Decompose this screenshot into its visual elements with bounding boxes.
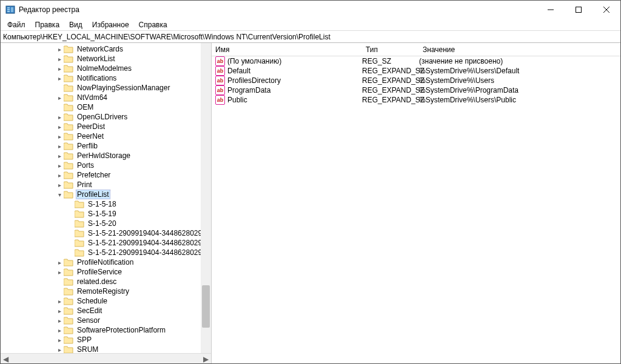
tree-label: SoftwareProtectionPlatform <box>76 325 167 335</box>
tree-item[interactable]: ▸NolmeModelmes <box>1 64 211 73</box>
tree-item[interactable]: ▸Ports <box>1 160 211 170</box>
tree-label: OpenGLDrivers <box>76 112 129 122</box>
tree-item[interactable]: ▸Print <box>1 180 211 190</box>
tree-item[interactable]: ▸ProfileService <box>1 267 211 277</box>
tree-label: SecEdit <box>76 306 103 316</box>
vertical-scrollbar[interactable] <box>201 43 211 353</box>
expand-icon[interactable]: ▸ <box>55 180 64 189</box>
tree-item[interactable]: ▸PerHwIdStorage <box>1 151 211 160</box>
expand-icon[interactable]: ▸ <box>55 306 64 315</box>
tree-label: NowPlayingSessionManager <box>76 83 171 93</box>
tree-item[interactable]: ▸Schedule <box>1 296 211 306</box>
values-list[interactable]: ab(По умолчанию)REG_SZ(значение не присв… <box>212 56 620 105</box>
no-expand <box>66 248 75 257</box>
expand-icon[interactable]: ▸ <box>55 45 64 53</box>
expand-icon[interactable]: ▸ <box>55 316 64 325</box>
tree-item[interactable]: ▸Sensor <box>1 316 211 325</box>
column-headers[interactable]: Имя Тип Значение <box>212 43 620 56</box>
registry-tree[interactable]: ▸NetworkCards▸NetworkList▸NolmeModelmes▸… <box>1 43 211 363</box>
expand-icon[interactable]: ▸ <box>55 132 64 141</box>
tree-item[interactable]: S-1-5-18 <box>1 199 211 209</box>
tree-item[interactable]: S-1-5-21-2909919404-3448628029-189704808… <box>1 238 211 248</box>
scrollbar-thumb[interactable] <box>202 285 210 328</box>
col-type[interactable]: Тип <box>362 45 419 54</box>
col-name[interactable]: Имя <box>212 45 362 54</box>
value-row[interactable]: abDefaultREG_EXPAND_SZ%SystemDrive%\User… <box>212 66 620 76</box>
expand-icon[interactable]: ▸ <box>55 336 64 344</box>
scroll-right-icon[interactable]: ▶ <box>201 354 211 363</box>
folder-icon <box>64 277 73 286</box>
expand-icon[interactable]: ▸ <box>55 142 64 150</box>
menu-правка[interactable]: Правка <box>31 20 64 30</box>
tree-item[interactable]: ▸PeerNet <box>1 131 211 141</box>
expand-icon[interactable]: ▸ <box>55 171 64 179</box>
value-row[interactable]: abProgramDataREG_EXPAND_SZ%SystemDrive%\… <box>212 85 620 95</box>
tree-label: PeerDist <box>76 122 106 131</box>
tree-item[interactable]: related.desc <box>1 277 211 286</box>
expand-icon[interactable]: ▸ <box>55 297 64 305</box>
tree-item[interactable]: NowPlayingSessionManager <box>1 83 211 93</box>
expand-icon[interactable]: ▸ <box>55 258 64 266</box>
maximize-button[interactable] <box>565 1 592 19</box>
tree-label: RemoteRegistry <box>76 286 130 296</box>
value-name: ProfilesDirectory <box>227 76 362 85</box>
tree-item[interactable]: ▸Perflib <box>1 141 211 151</box>
tree-item[interactable]: RemoteRegistry <box>1 286 211 296</box>
expand-icon[interactable]: ▸ <box>55 151 64 160</box>
menu-файл[interactable]: Файл <box>3 20 30 30</box>
tree-item[interactable]: ▸SecEdit <box>1 306 211 316</box>
tree-label: OEM <box>76 102 95 112</box>
tree-item[interactable]: ▸Notifications <box>1 73 211 83</box>
tree-item[interactable]: S-1-5-21-2909919404-3448628029-189704808… <box>1 228 211 238</box>
tree-item[interactable]: S-1-5-21-2909919404-3448628029-189704808… <box>1 248 211 257</box>
no-expand <box>66 219 75 228</box>
svg-rect-4 <box>11 7 13 12</box>
minimize-button[interactable] <box>537 1 565 19</box>
scroll-track[interactable] <box>11 354 201 363</box>
tree-item[interactable]: ▾ProfileList <box>1 190 211 199</box>
expand-icon[interactable]: ▸ <box>55 74 64 82</box>
expand-icon[interactable]: ▸ <box>55 122 64 131</box>
tree-item[interactable]: ▸ProfileNotification <box>1 257 211 267</box>
expand-icon[interactable]: ▸ <box>55 113 64 121</box>
menu-справка[interactable]: Справка <box>135 20 172 30</box>
tree-label: PeerNet <box>76 131 105 141</box>
menu-избранное[interactable]: Избранное <box>88 20 133 30</box>
tree-item[interactable]: ▸Prefetcher <box>1 170 211 180</box>
expand-icon[interactable]: ▸ <box>55 268 64 276</box>
svg-rect-3 <box>7 11 10 12</box>
expand-icon[interactable]: ▾ <box>55 190 64 199</box>
close-button[interactable] <box>592 1 620 19</box>
expand-icon[interactable]: ▸ <box>55 93 64 102</box>
svg-rect-1 <box>7 7 10 8</box>
col-value[interactable]: Значение <box>419 45 620 54</box>
horizontal-scrollbar[interactable]: ◀ ▶ <box>1 353 211 363</box>
tree-item[interactable]: S-1-5-20 <box>1 219 211 228</box>
value-row[interactable]: abPublicREG_EXPAND_SZ%SystemDrive%\Users… <box>212 95 620 105</box>
tree-item[interactable]: ▸OpenGLDrivers <box>1 112 211 122</box>
address-bar[interactable]: Компьютер\HKEY_LOCAL_MACHINE\SOFTWARE\Mi… <box>1 31 620 43</box>
expand-icon[interactable]: ▸ <box>55 161 64 170</box>
folder-icon <box>64 326 73 334</box>
value-row[interactable]: ab(По умолчанию)REG_SZ(значение не присв… <box>212 56 620 66</box>
string-value-icon: ab <box>215 95 225 105</box>
tree-item[interactable]: ▸NetworkCards <box>1 44 211 54</box>
tree-item[interactable]: ▸PeerDist <box>1 122 211 131</box>
tree-item[interactable]: ▸NtVdm64 <box>1 93 211 102</box>
tree-item[interactable]: S-1-5-19 <box>1 209 211 219</box>
tree-item[interactable]: ▸NetworkList <box>1 54 211 64</box>
menu-вид[interactable]: Вид <box>65 20 87 30</box>
scroll-left-icon[interactable]: ◀ <box>1 354 11 363</box>
expand-icon[interactable]: ▸ <box>55 64 64 73</box>
tree-label: Print <box>76 180 93 190</box>
string-value-icon: ab <box>215 66 225 76</box>
expand-icon[interactable]: ▸ <box>55 326 64 334</box>
menubar: ФайлПравкаВидИзбранноеСправка <box>1 19 620 31</box>
folder-icon <box>64 161 73 170</box>
tree-item[interactable]: ▸SoftwareProtectionPlatform <box>1 325 211 335</box>
tree-item[interactable]: OEM <box>1 102 211 112</box>
expand-icon[interactable]: ▸ <box>55 55 64 63</box>
tree-item[interactable]: ▸SPP <box>1 335 211 345</box>
expand-icon[interactable]: ▸ <box>55 345 64 354</box>
value-row[interactable]: abProfilesDirectoryREG_EXPAND_SZ%SystemD… <box>212 76 620 85</box>
